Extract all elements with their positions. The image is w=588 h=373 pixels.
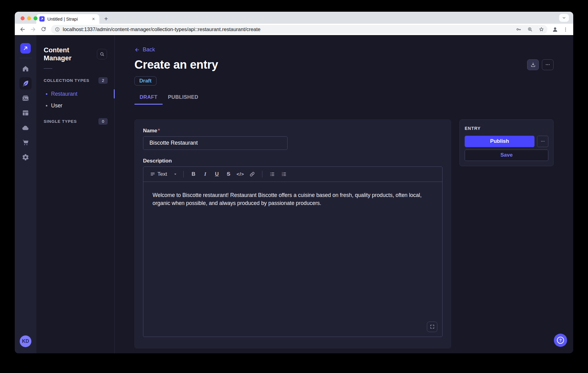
collection-types-label: COLLECTION TYPES [44,78,89,83]
close-window-button[interactable] [21,16,25,20]
bookmark-star-icon[interactable] [537,25,546,34]
rail-divider [19,58,32,58]
chevron-down-icon [562,16,566,20]
single-types-section: SINGLE TYPES 0 [36,118,114,129]
media-library-icon[interactable] [19,92,32,104]
link-icon [249,171,255,177]
forward-button[interactable] [28,25,38,34]
search-icon [100,52,105,57]
page-info-icon[interactable] [55,27,60,32]
bullet-icon [46,93,47,95]
entry-form-card: Name* Description Text [134,119,451,348]
entry-panel-title: ENTRY [465,126,548,131]
expand-editor-button[interactable] [427,322,437,332]
name-field[interactable] [143,136,288,150]
import-export-button[interactable] [527,59,539,70]
publish-button[interactable]: Publish [465,136,534,147]
expand-icon [430,324,435,329]
tab-title: Untitled | Strapi [47,17,88,22]
name-label: Name* [143,128,160,134]
home-icon[interactable] [19,62,32,75]
code-button[interactable]: </> [235,169,246,179]
settings-gear-icon[interactable] [19,151,32,163]
subnav-divider [44,68,52,69]
save-button[interactable]: Save [465,150,548,161]
content-type-builder-icon[interactable] [19,107,32,119]
underline-button[interactable]: U [211,169,222,179]
rich-text-editor: Text B I U S </> [143,166,443,337]
bulleted-list-button[interactable] [267,169,278,179]
editor-content[interactable]: Welcome to Biscotte restaurant! Restaura… [143,182,442,337]
main-content: Back Create an entry Draft DRAFT PUBLISH… [115,35,573,353]
more-horizontal-icon [545,62,550,67]
help-button[interactable]: ? [554,334,567,347]
strikethrough-button[interactable]: S [223,169,234,179]
tab-published[interactable]: PUBLISHED [163,94,204,105]
bulleted-list-icon [269,171,275,177]
question-mark-icon: ? [557,337,564,344]
back-button[interactable] [18,25,27,34]
toolbar-divider [183,171,184,178]
single-types-count-badge: 0 [98,118,108,125]
content-manager-feather-icon[interactable] [19,77,32,90]
cloud-icon[interactable] [19,122,32,134]
entry-more-button[interactable] [537,136,548,147]
back-link[interactable]: Back [134,46,155,53]
arrow-left-icon [134,47,140,53]
main-nav-rail: KD [15,35,36,353]
subnav-title: Content Manager [44,46,97,62]
strapi-favicon-icon [39,16,45,22]
version-tabs: DRAFT PUBLISHED [134,94,554,105]
sidebar-item-restaurant[interactable]: Restaurant [36,88,114,100]
reload-button[interactable] [39,25,48,34]
strapi-logo[interactable] [20,43,31,54]
strapi-app: KD Content Manager COLLECTION TYPES 2 Re… [15,35,573,353]
password-key-icon[interactable] [514,25,523,34]
collection-types-section: COLLECTION TYPES 2 Restaurant User [36,77,114,111]
sidebar-item-user[interactable]: User [36,100,114,111]
minimize-window-button[interactable] [27,16,31,20]
single-types-label: SINGLE TYPES [44,119,77,124]
browser-window: Untitled | Strapi × + localhost:1337/adm… [15,12,573,353]
sidebar-item-label: User [51,102,62,109]
user-avatar[interactable]: KD [20,335,31,347]
description-text: Welcome to Biscotte restaurant! Restaura… [153,191,433,207]
tab-draft[interactable]: DRAFT [134,94,163,105]
browser-menu-icon[interactable] [561,25,570,34]
search-button[interactable] [97,49,107,59]
collection-types-count-badge: 2 [98,77,108,84]
numbered-list-button[interactable]: 123 [278,169,289,179]
editor-toolbar: Text B I U S </> [143,167,442,182]
browser-tab[interactable]: Untitled | Strapi × [36,14,99,24]
chevron-down-icon [173,172,177,176]
required-asterisk: * [158,128,160,134]
bullet-icon [46,105,47,106]
block-type-dropdown[interactable]: Text [148,169,179,179]
align-left-icon [150,171,155,177]
more-horizontal-icon [540,139,545,144]
url-bar[interactable]: localhost:1337/admin/content-manager/col… [51,25,547,34]
traffic-lights [21,16,38,20]
bold-button[interactable]: B [188,169,199,179]
browser-tab-strip: Untitled | Strapi × + [15,12,573,24]
profile-avatar-icon[interactable] [550,25,560,34]
content-manager-subnav: Content Manager COLLECTION TYPES 2 Resta… [36,35,115,353]
block-type-value: Text [157,171,167,177]
close-tab-icon[interactable]: × [91,16,96,22]
zoom-in-icon[interactable] [526,25,534,34]
description-label: Description [143,158,172,164]
status-badge: Draft [134,76,157,86]
url-text: localhost:1337/admin/content-manager/col… [63,26,511,32]
marketplace-cart-icon[interactable] [19,136,32,149]
zoom-window-button[interactable] [34,16,38,20]
tab-search-button[interactable] [559,14,569,22]
header-more-button[interactable] [542,59,554,70]
toolbar-divider [262,171,262,178]
italic-button[interactable]: I [200,169,211,179]
numbered-list-icon: 123 [281,171,287,177]
link-button[interactable] [247,169,258,179]
download-icon [530,62,536,68]
sidebar-item-label: Restaurant [51,91,77,97]
page-title: Create an entry [134,58,527,71]
new-tab-button[interactable]: + [102,14,110,23]
